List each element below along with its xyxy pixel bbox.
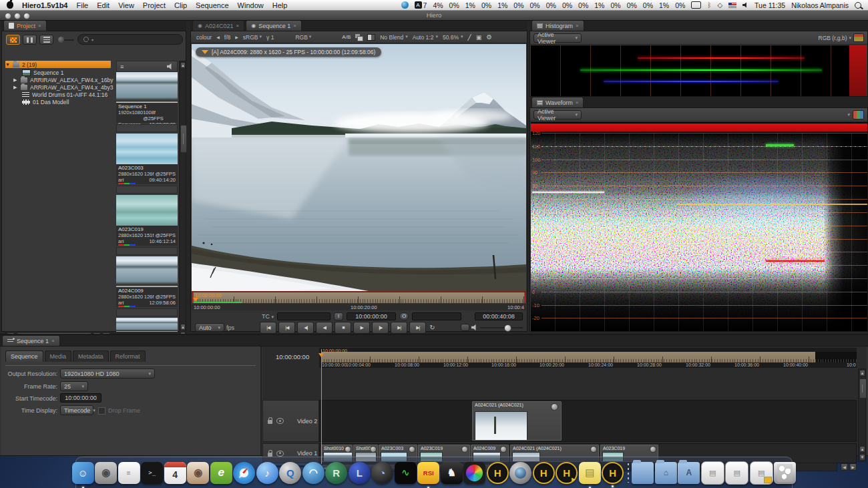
dock-hiero-icon[interactable]: H: [487, 462, 509, 484]
menu-clock[interactable]: Tue 11:35: [754, 1, 785, 9]
gamma-value[interactable]: γ 1: [266, 34, 274, 41]
scroll-right-button[interactable]: ▶: [849, 463, 857, 471]
dock-finder-icon[interactable]: ☺: [72, 462, 94, 484]
timeline-clip-a024c021-v2[interactable]: A024C021 (A024C021): [472, 401, 562, 441]
dock-backup-drive-icon[interactable]: ◉: [95, 462, 117, 484]
view-details-button[interactable]: [23, 35, 37, 45]
step-forward-button[interactable]: |▶: [372, 322, 389, 334]
menu-sequence[interactable]: Sequence: [196, 1, 229, 9]
mute-button[interactable]: [461, 324, 469, 331]
speaker-icon[interactable]: [471, 324, 478, 331]
close-icon[interactable]: ×: [293, 23, 296, 29]
start-timecode-field[interactable]: 10:00:00:00: [60, 393, 101, 403]
close-icon[interactable]: ×: [576, 23, 579, 29]
stop-button[interactable]: ■: [335, 322, 351, 334]
dock-hiero-icon-2[interactable]: H: [533, 462, 555, 484]
scroll-up-button-2[interactable]: ▲: [180, 324, 186, 330]
clip-meta-sequence1[interactable]: Sequence 1 1920x10801008f @25FPS Sequenc…: [116, 103, 178, 123]
time-display-select[interactable]: Timecode▾: [60, 405, 93, 415]
dock-openoffice-icon[interactable]: ◠: [302, 462, 324, 484]
tc-mode-select[interactable]: TC ▾: [262, 313, 274, 320]
bin-tree-item-audio[interactable]: World Drums 01-AIFF 44.1:16: [22, 91, 116, 98]
fps-select[interactable]: Auto▾: [195, 323, 224, 332]
tab-sequence1-timeline[interactable]: Sequence 1 ×: [2, 335, 60, 346]
tab-waveform[interactable]: Waveform ×: [531, 97, 584, 107]
close-icon[interactable]: ×: [236, 23, 240, 29]
exposure-value[interactable]: f/8: [224, 34, 230, 41]
dock-pegasus-icon[interactable]: ♞: [441, 462, 463, 484]
dock-dashboard-icon[interactable]: ◔: [371, 462, 393, 484]
menu-help[interactable]: Help: [272, 1, 288, 9]
scroll-up-button-2[interactable]: ▲: [859, 446, 865, 453]
timeline-playhead[interactable]: [321, 349, 322, 464]
ab-compare-icon[interactable]: A/B: [342, 34, 351, 40]
timeline-current-tc[interactable]: 10:00:00:00: [276, 353, 309, 360]
timeline-vscrollbar[interactable]: ▲ ▲ ▼: [858, 369, 866, 462]
dock-hiero-icon-3[interactable]: H: [602, 462, 624, 484]
viewer-canvas[interactable]: [A] A024C009: 2880 x 1620 - 25 FPS - 10:…: [192, 44, 526, 292]
tab-sequence[interactable]: Sequence: [5, 350, 43, 362]
tab-histogram[interactable]: Histogram ×: [531, 20, 584, 31]
track-header-video2[interactable]: Video 2: [262, 400, 319, 442]
tab-project[interactable]: Project ×: [3, 20, 47, 31]
dock-folder-documents-icon[interactable]: [632, 462, 654, 484]
view-list-button[interactable]: [39, 35, 53, 45]
dock-calendar-icon[interactable]: 4: [164, 462, 186, 484]
scroll-left-button-2[interactable]: ◀: [841, 463, 848, 471]
bin-tree-item-arriraw-16by[interactable]: ▶ ARRIRAW_ALEXA_FW4.x_16by: [13, 76, 115, 83]
play-reverse-button[interactable]: ◀: [316, 322, 333, 334]
menu-app-name[interactable]: Hiero1.5v1b4: [22, 1, 67, 9]
loop-mode-icon[interactable]: ↻: [429, 324, 435, 331]
safe-area-icon[interactable]: ▣: [476, 34, 482, 41]
set-out-button[interactable]: O: [399, 312, 409, 320]
dock-app-r-icon[interactable]: R: [325, 462, 347, 484]
dock-hiero-player-icon[interactable]: H: [556, 462, 578, 484]
dock-evernote-icon[interactable]: e: [210, 462, 232, 484]
menu-user[interactable]: Nikolaos Almpanis: [791, 1, 849, 9]
menu-clip[interactable]: Clip: [174, 1, 187, 9]
search-input[interactable]: ▾: [77, 34, 183, 45]
dock-doc-stack-icon-2[interactable]: ▤: [725, 461, 748, 485]
apple-icon[interactable]: [7, 1, 13, 9]
dock-quicktime-icon[interactable]: Q: [279, 462, 301, 484]
dock-safari-icon[interactable]: [233, 462, 255, 484]
viewer-settings-gear-icon[interactable]: ⚙: [486, 33, 492, 41]
clip-thumbnail-sequence1[interactable]: [116, 72, 178, 103]
tab-media[interactable]: Media: [45, 350, 72, 362]
menu-edit[interactable]: Edit: [97, 1, 110, 9]
dock-trash-icon[interactable]: [774, 462, 796, 484]
dock-resolve-icon[interactable]: [463, 462, 485, 484]
timeline-playhead-handle[interactable]: [318, 353, 324, 357]
clip-meta-a023c019[interactable]: A023C019 2880x1620151f @25FPS ari10:46:1…: [116, 226, 178, 246]
viewer-clip-info-overlay[interactable]: [A] A024C009: 2880 x 1620 - 25 FPS - 10:…: [196, 47, 381, 57]
bin-tree-item-sequence[interactable]: Sequence 1: [22, 69, 116, 76]
goto-end-button[interactable]: ▶|: [409, 322, 426, 334]
waveform-source-select[interactable]: Active Viewer▾: [533, 110, 582, 119]
sort-icon[interactable]: ≡: [120, 63, 124, 70]
duration-field[interactable]: 00:00:40:08: [475, 312, 523, 320]
out-point-field[interactable]: [412, 312, 461, 320]
clip-thumbnail-a023c019[interactable]: [116, 195, 178, 226]
menu-view[interactable]: View: [118, 1, 134, 9]
chevron-right-icon[interactable]: ▶: [13, 77, 18, 83]
layers-icon[interactable]: [355, 34, 363, 40]
scrollbar-thumb[interactable]: [180, 125, 187, 153]
drop-frame-checkbox[interactable]: [98, 407, 105, 415]
volume-knob[interactable]: [504, 324, 511, 332]
next-edit-button[interactable]: ▶|: [391, 322, 407, 334]
dock-viewer-lens-icon[interactable]: [509, 462, 531, 484]
blend-select[interactable]: No Blend▾: [380, 34, 407, 41]
viewer-scrub-bar[interactable]: 10:00:00:00: [192, 292, 526, 304]
clip-thumbnail-partial[interactable]: [116, 318, 178, 332]
displays-icon[interactable]: [691, 1, 701, 9]
bin-tree-item-clip[interactable]: 01 Das Modell: [22, 98, 116, 105]
zoom-select[interactable]: 50.6%▾: [443, 34, 463, 41]
close-icon[interactable]: ×: [576, 99, 579, 105]
dock-folder-library-icon[interactable]: ⌂: [655, 462, 677, 484]
dock-stickies-icon[interactable]: ▤: [579, 462, 601, 484]
wipe-icon[interactable]: [367, 34, 375, 41]
exposure-up-button[interactable]: ▶: [235, 35, 238, 39]
track-lane-video2[interactable]: A024C021 (A024C021): [319, 400, 857, 442]
set-in-button[interactable]: I: [334, 312, 343, 320]
prev-edit-button[interactable]: |◀: [278, 322, 295, 334]
